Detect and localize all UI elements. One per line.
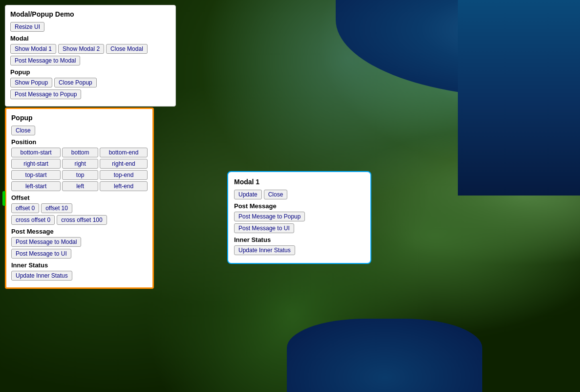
close-popup-button[interactable]: Close Popup bbox=[54, 78, 97, 87]
offset-0-button[interactable]: offset 0 bbox=[11, 203, 39, 213]
close-modal-button[interactable]: Close Modal bbox=[106, 44, 148, 54]
resize-ui-button[interactable]: Resize UI bbox=[10, 22, 44, 32]
popup-close-button[interactable]: Close bbox=[11, 126, 35, 135]
modal-section-label: Modal bbox=[10, 35, 171, 42]
cross-offset-100-button[interactable]: cross offset 100 bbox=[57, 215, 107, 225]
pos-right-button[interactable]: right bbox=[62, 159, 98, 169]
position-label: Position bbox=[11, 138, 148, 146]
pos-left-start-button[interactable]: left-start bbox=[11, 181, 61, 191]
modal-panel: Modal 1 Update Close Post Message Post M… bbox=[227, 171, 371, 264]
pos-bottom-button[interactable]: bottom bbox=[62, 148, 98, 157]
modal-inner-status-label: Inner Status bbox=[234, 236, 365, 243]
popup-inner-status-label: Inner Status bbox=[11, 261, 148, 269]
show-modal-2-button[interactable]: Show Modal 2 bbox=[58, 44, 104, 54]
water-bottom bbox=[287, 319, 482, 392]
modal-close-button[interactable]: Close bbox=[264, 190, 288, 199]
post-message-to-popup-button[interactable]: Post Message to Popup bbox=[10, 89, 81, 99]
popup-post-message-modal-button[interactable]: Post Message to Modal bbox=[11, 237, 81, 247]
modal-post-message-popup-button[interactable]: Post Message to Popup bbox=[234, 212, 305, 221]
modal-post-message-ui-button[interactable]: Post Message to UI bbox=[234, 223, 294, 233]
position-grid: bottom-start bottom bottom-end right-sta… bbox=[11, 148, 148, 191]
offset-10-button[interactable]: offset 10 bbox=[41, 203, 72, 213]
popup-panel: Popup Close Position bottom-start bottom… bbox=[5, 108, 154, 289]
main-panel: Modal/Popup Demo Resize UI Modal Show Mo… bbox=[5, 5, 176, 107]
popup-post-message-label: Post Message bbox=[11, 228, 148, 235]
popup-post-message-ui-button[interactable]: Post Message to UI bbox=[11, 249, 71, 259]
offset-section-label: Offset bbox=[11, 194, 148, 201]
post-message-to-modal-button[interactable]: Post Message to Modal bbox=[10, 56, 80, 65]
pos-bottom-start-button[interactable]: bottom-start bbox=[11, 148, 61, 157]
pos-bottom-end-button[interactable]: bottom-end bbox=[100, 148, 148, 157]
pos-top-end-button[interactable]: top-end bbox=[100, 170, 148, 180]
pos-left-button[interactable]: left bbox=[62, 181, 98, 191]
pos-top-button[interactable]: top bbox=[62, 170, 98, 180]
modal-post-message-label: Post Message bbox=[234, 202, 365, 210]
cross-offset-0-button[interactable]: cross offset 0 bbox=[11, 215, 55, 225]
modal-panel-title: Modal 1 bbox=[234, 178, 365, 186]
pos-right-end-button[interactable]: right-end bbox=[100, 159, 148, 169]
water-right bbox=[458, 0, 580, 196]
modal-update-inner-status-button[interactable]: Update Inner Status bbox=[234, 245, 295, 255]
popup-update-inner-status-button[interactable]: Update Inner Status bbox=[11, 271, 72, 281]
pos-right-start-button[interactable]: right-start bbox=[11, 159, 61, 169]
main-panel-title: Modal/Popup Demo bbox=[10, 10, 171, 18]
show-popup-button[interactable]: Show Popup bbox=[10, 78, 52, 87]
pos-left-end-button[interactable]: left-end bbox=[100, 181, 148, 191]
modal-update-button[interactable]: Update bbox=[234, 190, 262, 199]
popup-panel-title: Popup bbox=[11, 114, 148, 122]
show-modal-1-button[interactable]: Show Modal 1 bbox=[10, 44, 56, 54]
popup-section-label: Popup bbox=[10, 68, 171, 76]
pos-top-start-button[interactable]: top-start bbox=[11, 170, 61, 180]
